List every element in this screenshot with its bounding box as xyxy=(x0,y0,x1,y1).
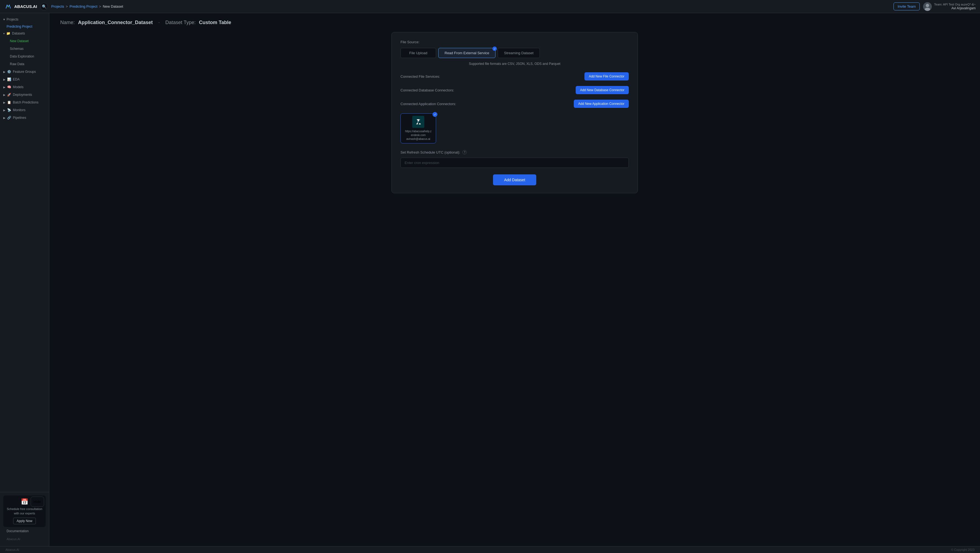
invite-team-button[interactable]: Invite Team xyxy=(894,2,920,10)
deployments-label: Deployments xyxy=(13,93,32,97)
db-connectors-label: Connected Database Connectors: xyxy=(401,88,454,92)
chevron-down-icon: ▾ xyxy=(3,18,5,21)
chevron-icon-models: ▶ xyxy=(3,86,5,89)
sidebar-projects-label: Projects xyxy=(6,18,18,21)
main-content: Name: Application_Connector_Dataset - Da… xyxy=(49,13,980,546)
data-exploration-label: Data Exploration xyxy=(10,54,34,58)
tab-external-label: Read From External Service xyxy=(445,51,489,55)
schedule-label: Set Refresh Schedule UTC (optional): xyxy=(401,150,460,155)
tab-read-external[interactable]: Read From External Service ✓ xyxy=(438,48,495,58)
connector-check-icon: ✓ xyxy=(433,112,438,117)
chevron-icon-eda: ▶ xyxy=(3,78,5,81)
breadcrumb: Projects > Predicting Project > New Data… xyxy=(51,5,890,8)
dataset-form-card: File Source: File Upload Read From Exter… xyxy=(391,32,638,193)
footer: Abacus.AI © Copyright 2023 xyxy=(0,546,980,553)
sidebar-item-raw-data[interactable]: Raw Data xyxy=(0,60,49,68)
deployments-icon: 🚀 xyxy=(7,93,11,97)
header-sep: - xyxy=(158,20,160,25)
add-app-connector-button[interactable]: Add New Application Connector xyxy=(574,100,629,108)
chevron-icon-pip: ▶ xyxy=(3,116,5,120)
batch-predictions-icon: 📋 xyxy=(7,100,11,104)
sidebar-item-pipelines[interactable]: ▶ 🔗 Pipelines xyxy=(0,114,49,121)
add-dataset-button[interactable]: Add Dataset xyxy=(493,174,536,185)
layout: ▾ Projects Predicting Project ▾ 📁 Datase… xyxy=(0,13,980,546)
sidebar-item-feature-groups[interactable]: ▶ ⚙️ Feature Groups xyxy=(0,68,49,76)
hide-button[interactable]: Hide xyxy=(31,497,44,507)
chevron-icon: ▾ xyxy=(3,32,5,35)
sidebar-projects-section: ▾ Projects Predicting Project ▾ 📁 Datase… xyxy=(0,13,49,124)
file-source-label: File Source: xyxy=(401,40,629,44)
file-services-row: Connected File Services: Add New File Co… xyxy=(401,72,629,80)
breadcrumb-sep1: > xyxy=(66,5,68,8)
user-avatar[interactable]: Team: API Test Org auzeQ*-&~ Avi Arjaval… xyxy=(923,2,975,11)
consultation-card: Hide 📅 Schedule free consultation with o… xyxy=(3,496,46,527)
breadcrumb-projects[interactable]: Projects xyxy=(51,5,64,8)
add-file-connector-button[interactable]: Add New File Connector xyxy=(584,72,629,80)
tab-file-upload[interactable]: File Upload xyxy=(401,48,436,58)
sidebar-brand: Abacus.AI xyxy=(3,535,46,543)
user-info: Team: API Test Org auzeQ*-&~ Avi Arjaval… xyxy=(934,2,975,11)
new-dataset-label: New Dataset xyxy=(10,39,29,43)
name-value: Application_Connector_Dataset xyxy=(78,20,153,25)
search-button[interactable]: 🔍 xyxy=(40,3,48,10)
add-db-connector-button[interactable]: Add New Database Connector xyxy=(576,86,629,94)
footer-brand: Abacus.AI xyxy=(5,548,19,551)
help-icon[interactable]: ? xyxy=(462,150,467,155)
sidebar-projects-header[interactable]: ▾ Projects xyxy=(0,15,49,24)
sidebar-item-new-dataset[interactable]: New Dataset xyxy=(0,37,49,45)
user-team: Team: API Test Org auzeQ*-&~ xyxy=(934,2,975,6)
tab-streaming[interactable]: Streaming Dataset xyxy=(498,48,540,58)
svg-point-2 xyxy=(926,4,929,7)
sidebar-project-name[interactable]: Predicting Project xyxy=(0,24,49,30)
app-connectors-row: Connected Application Connectors: Add Ne… xyxy=(401,100,629,108)
chevron-icon-fg: ▶ xyxy=(3,70,5,73)
chevron-icon-mon: ▶ xyxy=(3,109,5,112)
name-label: Name: xyxy=(60,20,75,25)
sidebar-item-batch-predictions[interactable]: ▶ 📋 Batch Predictions xyxy=(0,99,49,106)
sidebar-item-schemas[interactable]: Schemas xyxy=(0,45,49,53)
consultation-text: Schedule free consultation with our expe… xyxy=(6,507,43,515)
file-services-label: Connected File Services: xyxy=(401,75,440,78)
sidebar-item-monitors[interactable]: ▶ 📡 Monitors xyxy=(0,106,49,114)
type-value: Custom Table xyxy=(199,20,231,25)
zendesk-logo-icon xyxy=(412,116,425,128)
models-icon: 🧠 xyxy=(7,85,11,89)
topnav: ABACUS.AI 🔍 Projects > Predicting Projec… xyxy=(0,0,980,13)
raw-data-label: Raw Data xyxy=(10,62,24,66)
sidebar-item-data-exploration[interactable]: Data Exploration xyxy=(0,53,49,60)
user-name: Avi Arjavalingam xyxy=(934,6,975,11)
db-connectors-row: Connected Database Connectors: Add New D… xyxy=(401,86,629,94)
monitors-label: Monitors xyxy=(13,108,25,112)
schemas-label: Schemas xyxy=(10,47,24,51)
tab-external-check: ✓ xyxy=(492,46,497,51)
zendesk-connector-card[interactable]: ✓ https://abacusaihelp.zendesk.comavinas… xyxy=(401,113,436,143)
file-source-tabs: File Upload Read From External Service ✓… xyxy=(401,48,629,58)
type-label: Dataset Type: xyxy=(165,20,196,25)
chevron-icon-dep: ▶ xyxy=(3,93,5,96)
svg-point-3 xyxy=(925,8,930,11)
sidebar-documentation-link[interactable]: Documentation xyxy=(3,527,46,535)
apply-now-button[interactable]: Apply Now xyxy=(13,518,36,524)
connector-url: https://abacusaihelp.zendesk.comavinash@… xyxy=(405,129,432,141)
cron-input[interactable] xyxy=(401,158,629,168)
eda-label: EDA xyxy=(13,78,20,81)
page-header: Name: Application_Connector_Dataset - Da… xyxy=(60,20,969,25)
models-label: Models xyxy=(13,85,24,89)
sidebar-item-models[interactable]: ▶ 🧠 Models xyxy=(0,83,49,91)
feature-groups-icon: ⚙️ xyxy=(7,70,11,73)
monitors-icon: 📡 xyxy=(7,108,11,112)
app-connectors-label: Connected Application Connectors: xyxy=(401,102,456,106)
breadcrumb-current: New Dataset xyxy=(103,5,123,8)
sidebar-item-deployments[interactable]: ▶ 🚀 Deployments xyxy=(0,91,49,99)
logo[interactable]: ABACUS.AI xyxy=(5,3,37,10)
sidebar: ▾ Projects Predicting Project ▾ 📁 Datase… xyxy=(0,13,49,546)
schedule-row: Set Refresh Schedule UTC (optional): ? xyxy=(401,150,629,155)
sidebar-item-datasets[interactable]: ▾ 📁 Datasets xyxy=(0,30,49,37)
footer-copyright: © Copyright 2023 xyxy=(951,548,975,551)
formats-note: Supported file formats are CSV, JSON, XL… xyxy=(401,62,629,66)
breadcrumb-project[interactable]: Predicting Project xyxy=(70,5,97,8)
sidebar-item-eda[interactable]: ▶ 📊 EDA xyxy=(0,76,49,83)
chevron-icon-bp: ▶ xyxy=(3,101,5,104)
datasets-label: Datasets xyxy=(12,32,25,35)
datasets-icon: 📁 xyxy=(6,32,10,35)
